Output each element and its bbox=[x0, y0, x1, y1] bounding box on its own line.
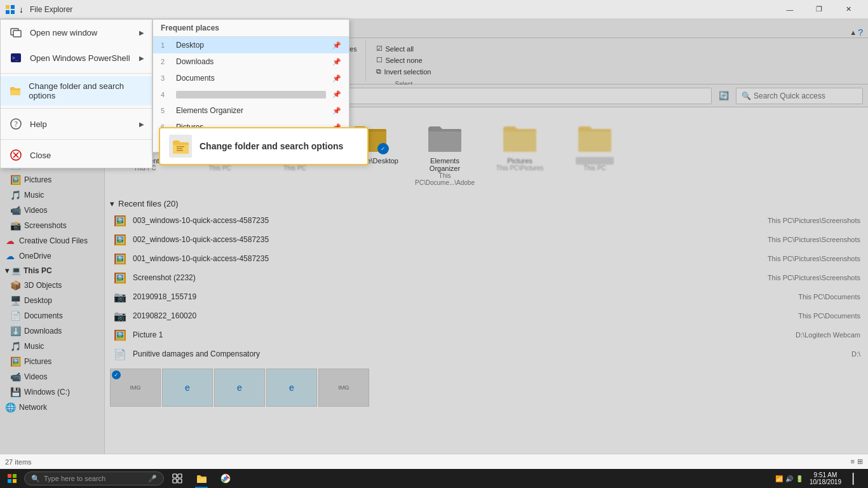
file-path-1: This PC\Pictures\Screenshots bbox=[721, 217, 860, 224]
menu-open-new-window[interactable]: Open new window ▶ bbox=[1, 20, 152, 45]
change-folder-tooltip-text: Change folder and search options bbox=[200, 141, 343, 151]
sidebar-item-screenshots[interactable]: 📸 Screenshots bbox=[0, 218, 104, 233]
folder-blurred-3[interactable]: Pictures This PC\Pictures bbox=[485, 118, 555, 191]
file-row[interactable]: 🖼️ Picture 1 D:\Logitech Webcam bbox=[110, 325, 863, 344]
title-text: File Explorer bbox=[30, 5, 72, 14]
sidebar-item-documents2[interactable]: 📄 Documents bbox=[0, 308, 104, 323]
file-row[interactable]: 📷 20190918_155719 This PC\Documents bbox=[110, 287, 863, 306]
file-icon-6: 📷 bbox=[112, 308, 128, 323]
folder-blurred-4[interactable]: This PC bbox=[560, 118, 630, 191]
thumb-5[interactable]: IMG bbox=[318, 369, 369, 407]
fp-item-downloads[interactable]: 2 Downloads 📌 bbox=[153, 53, 349, 70]
select-none-btn[interactable]: ☐ Select none bbox=[374, 55, 433, 65]
menu-open-powershell[interactable]: >_ Open Windows PowerShell ▶ bbox=[1, 45, 152, 71]
sidebar-item-pictures2[interactable]: 🖼️ Pictures bbox=[0, 354, 104, 369]
file-row[interactable]: 📷 20190822_160020 This PC\Documents bbox=[110, 306, 863, 325]
file-name-4: Screenshot (2232) bbox=[133, 273, 715, 282]
file-row[interactable]: 📄 Punitive damages and Compensatory D:\ bbox=[110, 344, 863, 363]
thumb-2[interactable]: e bbox=[162, 369, 213, 407]
fp-num-2: 2 bbox=[161, 58, 170, 65]
close-button[interactable]: ✕ bbox=[834, 0, 863, 19]
close-menu-icon bbox=[8, 147, 24, 163]
grid-view-btn[interactable]: ⊞ bbox=[857, 458, 863, 466]
svg-text:?: ? bbox=[15, 119, 18, 128]
svg-text:>_: >_ bbox=[12, 55, 18, 61]
taskbar-clock[interactable]: 9:51 AM 10/18/2019 bbox=[806, 471, 845, 485]
fp-pin-3: 📌 bbox=[332, 74, 341, 83]
taskbar-task-view[interactable] bbox=[166, 469, 188, 488]
svg-rect-19 bbox=[13, 479, 17, 483]
start-button[interactable] bbox=[3, 469, 22, 488]
qat-icon[interactable]: ↓ bbox=[19, 4, 24, 15]
sidebar-item-videos[interactable]: 📹 Videos bbox=[0, 203, 104, 218]
sidebar-section-this-pc[interactable]: ▾ 💻 This PC bbox=[0, 264, 104, 278]
fp-num-3: 3 bbox=[161, 74, 170, 82]
maximize-button[interactable]: ❐ bbox=[804, 0, 834, 19]
folder-path-2: This PC bbox=[208, 165, 231, 172]
invert-selection-btn[interactable]: ⧉ Invert selection bbox=[374, 66, 433, 77]
fp-item-desktop[interactable]: 1 Desktop 📌 bbox=[153, 37, 349, 53]
invert-icon: ⧉ bbox=[376, 67, 381, 76]
taskbar-search-icon: 🔍 bbox=[31, 475, 40, 483]
sidebar-item-creative-cloud[interactable]: ☁ Creative Cloud Files bbox=[0, 233, 104, 248]
menu-change-folder-options[interactable]: Change folder and search options bbox=[1, 76, 152, 105]
thumb-3[interactable]: e bbox=[214, 369, 265, 407]
folder-elements-organizer[interactable]: Elements Organizer This PC\Docume...\Ado… bbox=[410, 118, 480, 191]
ribbon-collapse-btn[interactable]: ▲ bbox=[850, 29, 857, 36]
svg-rect-13 bbox=[177, 146, 184, 147]
sidebar-item-desktop2[interactable]: 🖥️ Desktop bbox=[0, 293, 104, 308]
pictures2-icon: 🖼️ bbox=[10, 356, 20, 367]
search-icon: 🔍 bbox=[742, 92, 751, 100]
file-row[interactable]: 🖼️ 003_windows-10-quick-access-4587235 T… bbox=[110, 211, 863, 230]
folder-name-6: Pictures bbox=[507, 157, 532, 165]
taskbar-search-box[interactable]: 🔍 Type here to search 🎤 bbox=[24, 471, 164, 485]
volume-icon[interactable]: 🔊 bbox=[785, 475, 793, 482]
file-row[interactable]: 🖼️ Screenshot (2232) This PC\Pictures\Sc… bbox=[110, 268, 863, 287]
sidebar-item-windows-c[interactable]: 💾 Windows (C:) bbox=[0, 384, 104, 400]
sidebar-item-downloads2[interactable]: ⬇️ Downloads bbox=[0, 323, 104, 339]
desktop2-icon: 🖥️ bbox=[10, 295, 20, 306]
status-text: 27 items bbox=[5, 458, 32, 466]
recent-files-header[interactable]: ▾ Recent files (20) bbox=[110, 196, 863, 211]
sidebar-item-pictures[interactable]: 🖼️ Pictures bbox=[0, 172, 104, 187]
list-view-btn[interactable]: ≡ bbox=[851, 458, 855, 466]
creative-cloud-icon: ☁ bbox=[5, 236, 15, 246]
onedrive-icon: ☁ bbox=[5, 251, 15, 261]
screenshots-icon: 📸 bbox=[10, 220, 20, 231]
file-row[interactable]: 🖼️ 002_windows-10-quick-access-4587235 T… bbox=[110, 230, 863, 249]
help-menu-icon: ? bbox=[8, 116, 24, 132]
search-box[interactable]: 🔍 bbox=[736, 88, 863, 104]
taskbar-chrome[interactable] bbox=[215, 469, 236, 488]
sidebar-item-music2[interactable]: 🎵 Music bbox=[0, 339, 104, 354]
fp-name-4 bbox=[176, 91, 326, 98]
file-row[interactable]: 🖼️ 001_windows-10-quick-access-4587235 T… bbox=[110, 249, 863, 268]
music2-icon: 🎵 bbox=[10, 341, 20, 351]
file-icon-4: 🖼️ bbox=[112, 270, 128, 285]
help-icon[interactable]: ? bbox=[858, 27, 863, 37]
network-tray-icon[interactable]: 📶 bbox=[775, 475, 783, 482]
svg-rect-22 bbox=[173, 479, 177, 483]
folder-elements-name: Elements Organizer bbox=[415, 157, 475, 172]
sidebar-item-onedrive[interactable]: ☁ OneDrive bbox=[0, 248, 104, 264]
minimize-button[interactable]: — bbox=[775, 0, 804, 19]
sidebar-item-3d-objects[interactable]: 📦 3D Objects bbox=[0, 278, 104, 293]
sidebar-item-videos2[interactable]: 📹 Videos bbox=[0, 369, 104, 384]
thumb-4[interactable]: e bbox=[266, 369, 317, 407]
search-input[interactable] bbox=[754, 92, 857, 100]
menu-help[interactable]: ? Help ▶ bbox=[1, 111, 152, 137]
fp-pin-5: 📌 bbox=[332, 107, 341, 115]
show-desktop-button[interactable]: ▏ bbox=[848, 469, 865, 488]
sidebar-item-music[interactable]: 🎵 Music bbox=[0, 187, 104, 203]
select-all-btn[interactable]: ☑ Select all bbox=[374, 43, 433, 54]
fp-item-4[interactable]: 4 📌 bbox=[153, 86, 349, 102]
sidebar-item-network[interactable]: 🌐 Network bbox=[0, 400, 104, 415]
fp-item-elements[interactable]: 5 Elements Organizer 📌 bbox=[153, 102, 349, 119]
change-folder-icon bbox=[8, 83, 22, 98]
folder-icon-6 bbox=[501, 123, 539, 154]
menu-close[interactable]: Close bbox=[1, 142, 152, 168]
refresh-button[interactable]: 🔄 bbox=[715, 88, 732, 104]
battery-icon[interactable]: 🔋 bbox=[796, 475, 803, 482]
taskbar-file-explorer[interactable] bbox=[191, 469, 212, 488]
thumb-1[interactable]: ✓ IMG bbox=[110, 369, 161, 407]
fp-item-documents[interactable]: 3 Documents 📌 bbox=[153, 70, 349, 86]
